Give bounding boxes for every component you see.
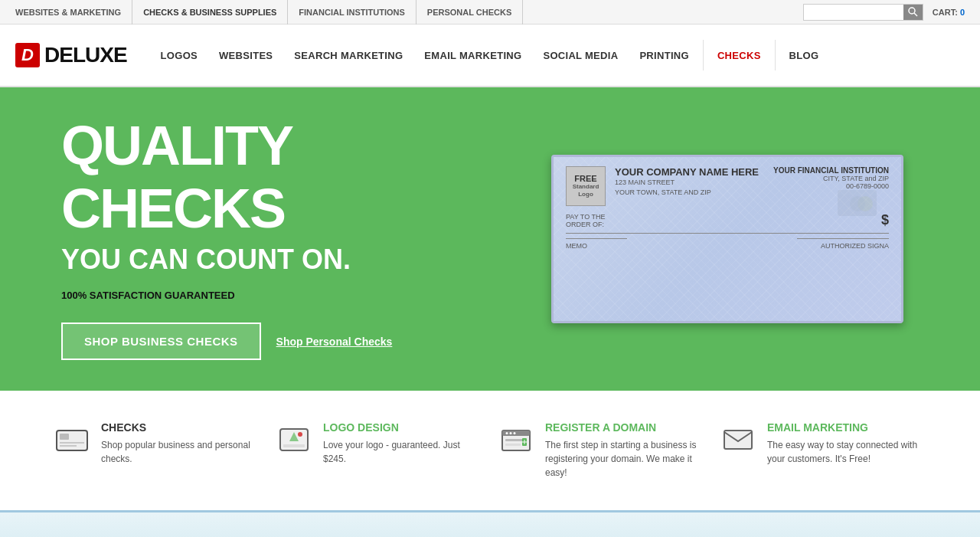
check-display: FREE StandardLogo YOUR COMPANY NAME HERE… bbox=[551, 155, 919, 323]
feature-logo-title: LOGO DESIGN bbox=[323, 421, 475, 434]
feature-domain-desc: The first step in starting a business is… bbox=[545, 438, 697, 480]
feature-register-domain: REGISTER A DOMAIN The first step in star… bbox=[490, 414, 712, 487]
domain-icon bbox=[498, 421, 534, 458]
feature-checks: CHECKS Shop popular business and persona… bbox=[46, 414, 268, 487]
svg-point-16 bbox=[510, 432, 512, 434]
topbar-personal-checks[interactable]: PERSONAL CHECKS bbox=[416, 0, 523, 25]
svg-point-4 bbox=[850, 196, 865, 211]
cart-count: 0 bbox=[960, 8, 965, 17]
nav-email-marketing[interactable]: EMAIL MARKETING bbox=[413, 24, 532, 87]
top-bar-right: CART: 0 bbox=[803, 4, 965, 21]
svg-point-0 bbox=[909, 8, 915, 14]
hero-subtitle: YOU CAN COUNT ON. bbox=[61, 244, 551, 276]
check-image: FREE StandardLogo YOUR COMPANY NAME HERE… bbox=[551, 155, 903, 323]
feature-domain-title: REGISTER A DOMAIN bbox=[545, 421, 697, 434]
feature-email-title: EMAIL MARKETING bbox=[767, 421, 919, 434]
bottom-section bbox=[0, 510, 980, 537]
check-authorized-sig: AUTHORIZED SIGNA bbox=[797, 238, 889, 250]
check-content: FREE StandardLogo YOUR COMPANY NAME HERE… bbox=[554, 157, 901, 259]
nav-divider-2 bbox=[775, 40, 776, 70]
logo-text: DELUXE bbox=[44, 43, 127, 67]
logo-design-icon bbox=[276, 421, 312, 458]
feature-email-content: EMAIL MARKETING The easy way to stay con… bbox=[767, 421, 919, 480]
svg-rect-23 bbox=[724, 431, 752, 449]
hero-text: QUALITY CHECKS YOU CAN COUNT ON. 100% SA… bbox=[61, 118, 551, 360]
feature-email-desc: The easy way to stay connected with your… bbox=[767, 438, 919, 466]
nav-checks[interactable]: CHECKS bbox=[707, 24, 772, 87]
logo[interactable]: D DELUXE bbox=[15, 43, 127, 67]
top-bar-links: WEBSITES & MARKETING CHECKS & BUSINESS S… bbox=[15, 0, 803, 25]
check-pay-to: PAY TO THEORDER OF: bbox=[566, 213, 606, 228]
nav-social-media[interactable]: SOCIAL MEDIA bbox=[532, 24, 629, 87]
check-bank-name: YOUR FINANCIAL INSTITUTION bbox=[773, 166, 889, 175]
nav-printing[interactable]: PRINTING bbox=[629, 24, 700, 87]
top-bar: WEBSITES & MARKETING CHECKS & BUSINESS S… bbox=[0, 0, 980, 25]
svg-rect-6 bbox=[60, 434, 69, 440]
check-decorative-element bbox=[836, 188, 878, 221]
feature-logo-desc: Love your logo - guaranteed. Just $245. bbox=[323, 438, 475, 466]
check-company-addr1: 123 MAIN STREET bbox=[615, 178, 764, 188]
logo-d: D bbox=[15, 43, 40, 67]
check-company-info: YOUR COMPANY NAME HERE 123 MAIN STREET Y… bbox=[615, 166, 764, 206]
check-standard-logo: StandardLogo bbox=[573, 183, 599, 198]
topbar-websites-marketing[interactable]: WEBSITES & MARKETING bbox=[15, 0, 132, 25]
svg-point-17 bbox=[514, 432, 516, 434]
check-company-name: YOUR COMPANY NAME HERE bbox=[615, 166, 764, 178]
email-icon bbox=[720, 421, 756, 458]
nav-websites[interactable]: WEBSITES bbox=[208, 24, 283, 87]
search-icon bbox=[908, 7, 918, 17]
main-nav: D DELUXE LOGOS WEBSITES SEARCH MARKETING… bbox=[0, 25, 980, 87]
feature-checks-content: CHECKS Shop popular business and persona… bbox=[101, 421, 253, 480]
feature-checks-title: CHECKS bbox=[101, 421, 253, 434]
nav-blog[interactable]: BLOG bbox=[779, 24, 830, 87]
check-free-label: FREE bbox=[574, 174, 596, 183]
shop-personal-checks-button[interactable]: Shop Personal Checks bbox=[276, 336, 393, 348]
cart-info: CART: 0 bbox=[933, 8, 965, 17]
feature-logo-design: LOGO DESIGN Love your logo - guaranteed.… bbox=[268, 414, 490, 487]
check-company-addr2: YOUR TOWN, STATE AND ZIP bbox=[615, 188, 764, 198]
check-bank-addr: CITY, STATE and ZIP bbox=[773, 175, 889, 182]
hero-guarantee: 100% SATISFACTION GUARANTEED bbox=[61, 290, 551, 301]
hero-title-line2: CHECKS bbox=[61, 181, 551, 236]
search-input[interactable] bbox=[804, 5, 903, 20]
nav-divider bbox=[703, 40, 704, 70]
feature-checks-desc: Shop popular business and personal check… bbox=[101, 438, 253, 466]
nav-logos[interactable]: LOGOS bbox=[150, 24, 208, 87]
nav-links: LOGOS WEBSITES SEARCH MARKETING EMAIL MA… bbox=[150, 24, 965, 87]
check-logo-box: FREE StandardLogo bbox=[566, 166, 606, 206]
feature-domain-content: REGISTER A DOMAIN The first step in star… bbox=[545, 421, 697, 480]
feature-logo-content: LOGO DESIGN Love your logo - guaranteed.… bbox=[323, 421, 475, 480]
check-memo-line: MEMO AUTHORIZED SIGNA bbox=[566, 238, 889, 250]
feature-email-marketing: EMAIL MARKETING The easy way to stay con… bbox=[712, 414, 934, 487]
svg-rect-19 bbox=[505, 444, 521, 446]
check-memo: MEMO bbox=[566, 238, 627, 250]
features-section: CHECKS Shop popular business and persona… bbox=[0, 391, 980, 510]
svg-line-1 bbox=[914, 13, 917, 16]
shop-business-checks-button[interactable]: SHOP BUSINESS CHECKS bbox=[61, 323, 261, 360]
topbar-financial[interactable]: FINANCIAL INSTITUTIONS bbox=[288, 0, 416, 25]
nav-search-marketing[interactable]: SEARCH MARKETING bbox=[283, 24, 413, 87]
hero-title-line1: QUALITY bbox=[61, 118, 551, 173]
svg-point-11 bbox=[298, 432, 302, 437]
hero-section: QUALITY CHECKS YOU CAN COUNT ON. 100% SA… bbox=[0, 87, 980, 391]
checks-icon bbox=[54, 421, 90, 458]
search-button[interactable] bbox=[903, 5, 923, 20]
search-box bbox=[803, 4, 923, 21]
hero-buttons: SHOP BUSINESS CHECKS Shop Personal Check… bbox=[61, 323, 551, 360]
topbar-checks-supplies[interactable]: CHECKS & BUSINESS SUPPLIES bbox=[132, 0, 288, 25]
svg-rect-5 bbox=[57, 431, 87, 450]
hero-arrow bbox=[153, 375, 187, 391]
check-dollar: $ bbox=[881, 212, 889, 228]
svg-point-15 bbox=[506, 432, 508, 434]
svg-rect-12 bbox=[283, 444, 305, 447]
